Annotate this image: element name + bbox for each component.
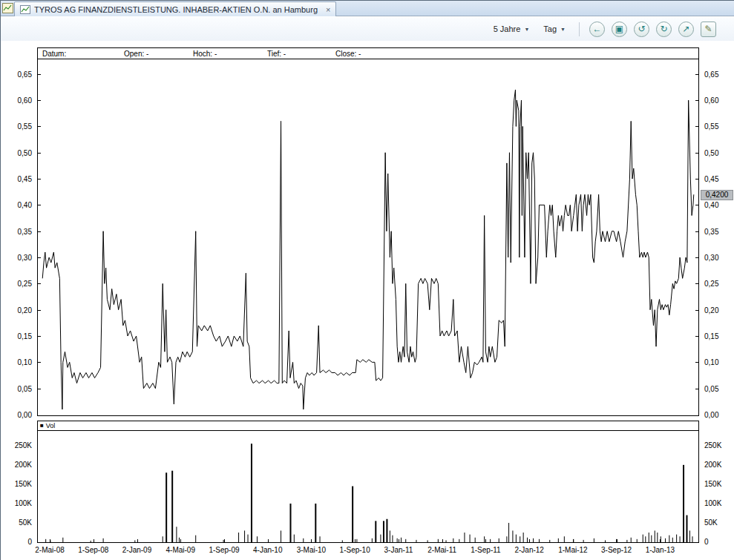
price-chart: [37, 59, 699, 416]
x-axis-label: 4-Jan-10: [246, 546, 290, 554]
volume-axis-label: 0: [27, 538, 32, 546]
x-axis-label: 2-Jan-09: [115, 546, 160, 554]
x-axis-label: 1-Mai-12: [551, 546, 595, 554]
x-axis-label: 1-Sep-10: [332, 546, 377, 554]
chevron-down-icon: ▼: [524, 27, 529, 32]
interval-value: Tag: [543, 24, 557, 33]
price-axis-label: 0,00: [704, 411, 718, 419]
price-axis-label: 0,10: [18, 358, 32, 366]
price-axis-left: 0,000,050,100,150,200,250,300,350,400,45…: [1, 60, 35, 415]
close-field: Close: -: [335, 50, 361, 58]
price-axis-label: 0,60: [704, 96, 718, 105]
back-icon: ←: [593, 24, 602, 34]
volume-axis-label: 100K: [704, 499, 721, 507]
volume-axis-label: 250K: [15, 441, 32, 449]
volume-axis-label: 150K: [15, 480, 32, 488]
back-button[interactable]: ←: [589, 22, 605, 37]
chart-tab[interactable]: TYROS AG FINANZDIENSTLEISTUNG. INHABER-A…: [14, 1, 336, 16]
price-axis-label: 0,30: [18, 254, 32, 262]
x-axis-label: 2-Jan-12: [507, 546, 551, 554]
chart-icon: [2, 3, 13, 13]
volume-panel: ■ Vol: [37, 421, 699, 543]
x-axis-label: 1-Sep-08: [71, 546, 116, 554]
price-axis-label: 0,55: [704, 122, 718, 131]
refresh-icon: ↺: [638, 24, 645, 34]
hoch-field: Hoch: -: [193, 50, 217, 58]
save-button[interactable]: ▣: [612, 22, 627, 37]
price-axis-label: 0,65: [704, 70, 718, 79]
volume-axis-right: 050K100K150K200K250K: [701, 431, 734, 542]
volume-axis-left: 050K100K150K200K250K: [1, 431, 35, 542]
tab-close-icon[interactable]: ×: [326, 5, 330, 14]
volume-axis-label: 50K: [19, 518, 32, 527]
chevron-down-icon: ▼: [560, 27, 566, 32]
x-axis-label: 1-Sep-09: [202, 546, 246, 554]
price-axis-right: 0,000,050,100,150,200,250,300,350,400,45…: [701, 60, 734, 415]
x-axis-label: 1-Jan-13: [638, 546, 682, 554]
x-axis-label: 4-Mai-09: [158, 546, 203, 554]
reload-icon: ↻: [660, 24, 667, 34]
price-axis-label: 0,15: [18, 332, 32, 340]
x-axis-label: 3-Mai-10: [289, 546, 333, 554]
app-window: TYROS AG FINANZDIENSTLEISTUNG. INHABER-A…: [0, 0, 734, 560]
open-field: Open: -: [124, 50, 148, 58]
price-axis-label: 0,25: [18, 280, 32, 288]
refresh-button[interactable]: ↺: [634, 22, 649, 37]
price-axis-label: 0,35: [18, 228, 32, 236]
price-axis-label: 0,50: [704, 149, 718, 157]
toolbar: 5 Jahre ▼ Tag ▼ ← ▣ ↺ ↻ ↗ ✎: [1, 17, 734, 41]
volume-axis-label: 100K: [15, 499, 32, 507]
x-axis-label: 2-Mai-08: [27, 546, 72, 554]
period-dropdown[interactable]: 5 Jahre ▼: [490, 22, 534, 36]
tab-title: TYROS AG FINANZDIENSTLEISTUNG. INHABER-A…: [34, 5, 318, 14]
price-axis-label: 0,05: [704, 385, 718, 393]
toolbar-separator: [579, 22, 580, 36]
price-axis-label: 0,15: [704, 332, 718, 340]
volume-chart-canvas[interactable]: [38, 431, 698, 542]
reload-button[interactable]: ↻: [656, 22, 672, 37]
volume-legend: ■ Vol: [38, 421, 698, 431]
volume-axis-label: 250K: [704, 441, 721, 449]
volume-axis-label: 200K: [704, 461, 721, 469]
price-axis-label: 0,60: [18, 96, 32, 105]
chart-tab-icon: [20, 5, 30, 14]
price-axis-label: 0,30: [704, 254, 718, 262]
period-value: 5 Jahre: [494, 24, 521, 33]
price-axis-label: 0,00: [18, 411, 32, 419]
price-axis-label: 0,45: [704, 175, 718, 183]
price-axis-label: 0,65: [18, 70, 32, 79]
price-axis-label: 0,55: [18, 122, 32, 131]
edit-button[interactable]: ✎: [701, 22, 716, 37]
price-axis-label: 0,20: [704, 306, 718, 314]
window-chart-icon[interactable]: [2, 3, 13, 13]
save-icon: ▣: [615, 24, 623, 34]
volume-axis-label: 50K: [704, 518, 718, 527]
volume-axis-label: 200K: [15, 461, 32, 469]
price-axis-label: 0,05: [18, 385, 32, 393]
popout-icon: ↗: [682, 24, 689, 34]
x-axis-label: 3-Jan-11: [376, 546, 421, 554]
price-axis-label: 0,50: [18, 149, 32, 157]
popout-button[interactable]: ↗: [678, 22, 694, 37]
volume-axis-label: 0: [704, 538, 709, 546]
price-axis-label: 0,25: [704, 280, 718, 288]
x-axis-label: 3-Sep-12: [594, 546, 639, 554]
tab-bar: TYROS AG FINANZDIENSTLEISTUNG. INHABER-A…: [1, 1, 734, 16]
price-axis-label: 0,10: [704, 358, 718, 366]
ohlc-info-strip: Datum: Open: - Hoch: - Tief: - Close: -: [37, 47, 699, 59]
price-chart-canvas[interactable]: [38, 59, 698, 415]
datum-field: Datum:: [42, 50, 66, 58]
volume-axis-label: 150K: [704, 480, 721, 488]
x-axis-labels: 2-Mai-081-Sep-082-Jan-094-Mai-091-Sep-09…: [38, 546, 698, 556]
price-axis-label: 0,35: [704, 228, 718, 236]
price-axis-label: 0,40: [704, 201, 718, 209]
volume-square-icon: ■: [40, 423, 44, 429]
tief-field: Tief: -: [267, 50, 286, 58]
price-axis-label: 0,45: [18, 175, 32, 183]
x-axis-label: 1-Sep-11: [463, 546, 508, 554]
price-axis-label: 0,40: [18, 201, 32, 209]
last-price-tag: 0,4200: [701, 190, 733, 200]
price-axis-label: 0,20: [18, 306, 32, 314]
interval-dropdown[interactable]: Tag ▼: [540, 22, 569, 36]
edit-icon: ✎: [704, 24, 712, 34]
